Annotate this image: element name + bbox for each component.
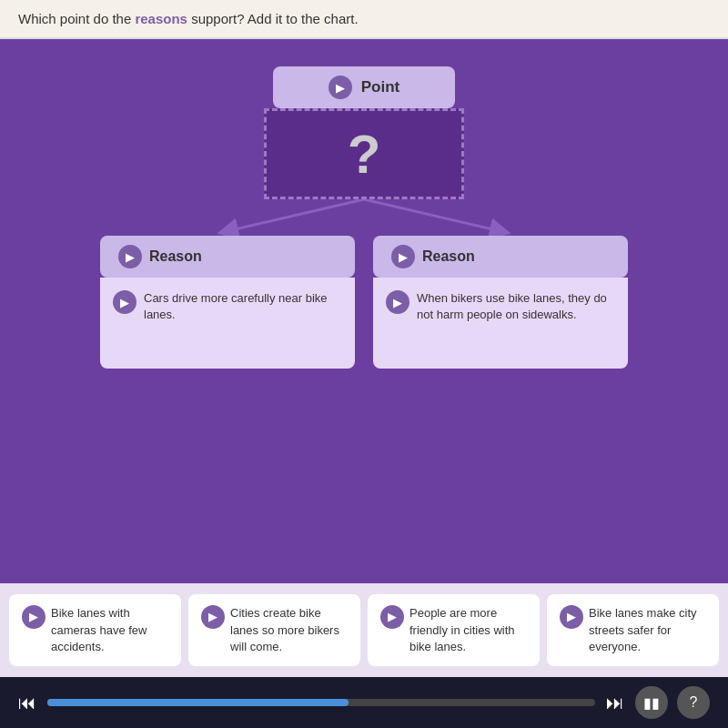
instruction-text-before: Which point do the (18, 11, 135, 26)
reason-1-speaker-icon[interactable]: ▶ (118, 245, 142, 268)
reason-2-label: Reason (422, 248, 475, 265)
reason-1-header: ▶ Reason (100, 236, 355, 278)
bottom-card-3[interactable]: ▶ People are more friendly in cities wit… (368, 594, 540, 666)
reason-1-column: ▶ Reason ▶ Cars drive more carefully nea… (100, 236, 355, 369)
reason-2-header: ▶ Reason (373, 236, 628, 278)
card-4-speaker[interactable]: ▶ (560, 605, 583, 629)
reason-2-content: ▶ When bikers use bike lanes, they do no… (373, 278, 628, 369)
instruction-text-after: support? Add it to the chart. (187, 11, 359, 26)
connector-arrows (100, 199, 628, 236)
card-2-speaker[interactable]: ▶ (201, 605, 225, 629)
question-box[interactable]: ? (264, 108, 464, 199)
svg-line-0 (228, 199, 364, 231)
card-3-speaker[interactable]: ▶ (380, 605, 404, 629)
reason-2-text: When bikers use bike lanes, they do not … (417, 290, 615, 323)
point-box: ▶ Point (273, 66, 455, 108)
back-button[interactable]: ⏮ (18, 693, 36, 713)
card-1-text: Bike lanes with cameras have few acciden… (51, 605, 168, 655)
card-1-speaker[interactable]: ▶ (22, 605, 46, 629)
reasons-row: ▶ Reason ▶ Cars drive more carefully nea… (100, 236, 628, 369)
progress-bar-track[interactable] (47, 699, 595, 706)
main-diagram-area: ▶ Point ? ▶ Reason (0, 39, 728, 583)
pause-button[interactable]: ▮▮ (635, 686, 668, 719)
svg-line-1 (364, 199, 500, 231)
reason-2-column: ▶ Reason ▶ When bikers use bike lanes, t… (373, 236, 628, 369)
point-label: Point (361, 78, 400, 96)
instruction-bar: Which point do the reasons support? Add … (0, 0, 728, 39)
card-4-text: Bike lanes make city streets safer for e… (589, 605, 706, 655)
reason-2-speaker-icon[interactable]: ▶ (391, 245, 415, 268)
reason-1-text: Cars drive more carefully near bike lane… (144, 290, 342, 323)
control-buttons: ▮▮ ? (635, 686, 710, 719)
reason-2-content-speaker[interactable]: ▶ (386, 290, 410, 314)
card-3-text: People are more friendly in cities with … (410, 605, 527, 655)
reason-1-content-speaker[interactable]: ▶ (113, 290, 136, 314)
reasons-highlight: reasons (135, 11, 187, 26)
bottom-cards-area: ▶ Bike lanes with cameras have few accid… (0, 583, 728, 677)
forward-button[interactable]: ⏭ (606, 693, 624, 713)
help-button[interactable]: ? (677, 686, 710, 719)
bottom-card-4[interactable]: ▶ Bike lanes make city streets safer for… (547, 594, 719, 666)
bottom-card-1[interactable]: ▶ Bike lanes with cameras have few accid… (9, 594, 181, 666)
card-2-text: Cities create bike lanes so more bikers … (230, 605, 348, 655)
point-speaker-icon[interactable]: ▶ (329, 76, 352, 99)
reason-1-content: ▶ Cars drive more carefully near bike la… (100, 278, 355, 369)
progress-area: ⏮ ⏭ ▮▮ ? (0, 677, 728, 728)
reason-1-label: Reason (149, 248, 202, 265)
progress-bar-fill (47, 699, 349, 706)
question-symbol: ? (348, 123, 381, 186)
bottom-card-2[interactable]: ▶ Cities create bike lanes so more biker… (188, 594, 360, 666)
